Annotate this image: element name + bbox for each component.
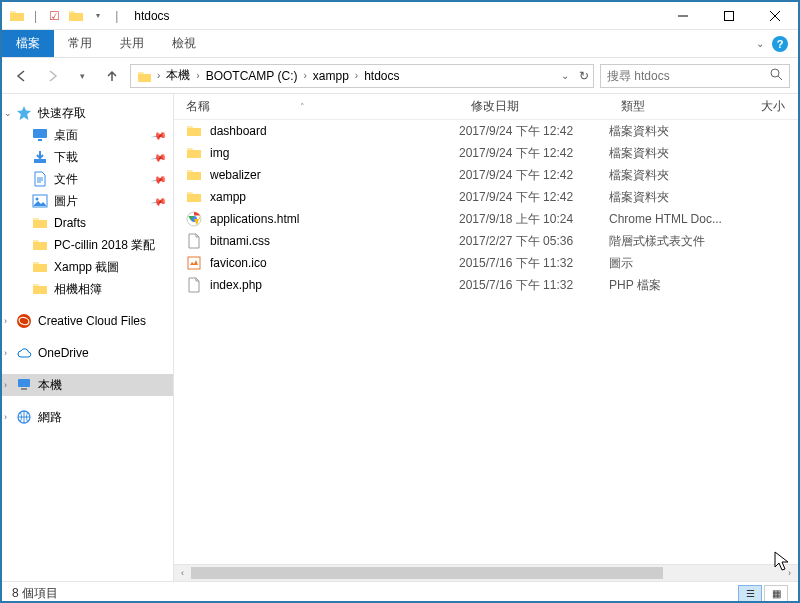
file-name: dashboard — [210, 124, 267, 138]
folder-icon — [32, 259, 48, 275]
chevron-right-icon[interactable]: › — [303, 70, 306, 81]
folder-icon — [186, 145, 202, 161]
minimize-button[interactable] — [660, 2, 706, 30]
search-input[interactable] — [607, 69, 770, 83]
sidebar-item[interactable]: PC-cillin 2018 業配 — [2, 234, 173, 256]
file-row[interactable]: xampp2017/9/24 下午 12:42檔案資料夾 — [174, 186, 798, 208]
sidebar-item[interactable]: 桌面📌 — [2, 124, 173, 146]
status-item-count: 8 個項目 — [12, 585, 58, 602]
file-row[interactable]: index.php2015/7/16 下午 11:32PHP 檔案 — [174, 274, 798, 296]
onedrive-icon — [16, 345, 32, 361]
back-button[interactable] — [10, 64, 34, 88]
file-type: 階層式樣式表文件 — [609, 233, 749, 250]
scroll-right-icon[interactable]: › — [781, 565, 798, 581]
file-row[interactable]: dashboard2017/9/24 下午 12:42檔案資料夾 — [174, 120, 798, 142]
chevron-right-icon[interactable]: › — [4, 316, 7, 326]
breadcrumb-item[interactable]: BOOTCAMP (C:) — [204, 69, 300, 83]
window-title: htdocs — [134, 9, 169, 23]
sidebar-item[interactable]: 下載📌 — [2, 146, 173, 168]
details-view-button[interactable]: ☰ — [738, 585, 762, 603]
maximize-button[interactable] — [706, 2, 752, 30]
documents-icon — [32, 171, 48, 187]
sidebar-item-label: 文件 — [54, 171, 78, 188]
address-dropdown-icon[interactable]: ⌄ — [561, 70, 569, 81]
ribbon-expand-icon[interactable]: ⌄ — [756, 38, 764, 49]
folder-icon — [8, 7, 26, 25]
sidebar-item-label: PC-cillin 2018 業配 — [54, 237, 155, 254]
breadcrumb-item[interactable]: xampp — [311, 69, 351, 83]
chevron-right-icon[interactable]: › — [355, 70, 358, 81]
pin-icon: 📌 — [151, 171, 167, 187]
desktop-icon — [32, 127, 48, 143]
sidebar-item-label: Xampp 截圖 — [54, 259, 119, 276]
file-name: xampp — [210, 190, 246, 204]
sidebar-item-label: 相機相簿 — [54, 281, 102, 298]
creative-cloud-icon — [16, 313, 32, 329]
file-row[interactable]: favicon.ico2015/7/16 下午 11:32圖示 — [174, 252, 798, 274]
recent-dropdown-icon[interactable]: ▾ — [70, 64, 94, 88]
column-header-name[interactable]: 名稱˄ — [174, 98, 459, 115]
sidebar-quick-access[interactable]: ⌄ 快速存取 — [2, 102, 173, 124]
chevron-down-icon[interactable]: ⌄ — [4, 108, 12, 118]
title-bar: | ☑ ▾ | htdocs — [2, 2, 798, 30]
sidebar-label: 快速存取 — [38, 105, 86, 122]
column-header-size[interactable]: 大小 — [749, 98, 798, 115]
qat-dropdown-icon[interactable]: ▾ — [89, 7, 107, 25]
folder-icon — [186, 167, 202, 183]
network-icon — [16, 409, 32, 425]
ico-icon — [186, 255, 202, 271]
sidebar-this-pc[interactable]: › 本機 — [2, 374, 173, 396]
file-row[interactable]: applications.html2017/9/18 上午 10:24Chrom… — [174, 208, 798, 230]
tab-home[interactable]: 常用 — [54, 30, 106, 57]
sidebar-network[interactable]: › 網路 — [2, 406, 173, 428]
file-name: webalizer — [210, 168, 261, 182]
file-type: 檔案資料夾 — [609, 167, 749, 184]
file-name: applications.html — [210, 212, 299, 226]
close-button[interactable] — [752, 2, 798, 30]
ribbon-tabs: 檔案 常用 共用 檢視 ⌄ ? — [2, 30, 798, 58]
folder-icon — [32, 281, 48, 297]
scroll-left-icon[interactable]: ‹ — [174, 565, 191, 581]
sidebar-creative-cloud[interactable]: › Creative Cloud Files — [2, 310, 173, 332]
sidebar-onedrive[interactable]: › OneDrive — [2, 342, 173, 364]
forward-button[interactable] — [40, 64, 64, 88]
new-folder-icon[interactable] — [67, 7, 85, 25]
breadcrumb-item[interactable]: htdocs — [362, 69, 401, 83]
chrome-icon — [186, 211, 202, 227]
chevron-right-icon[interactable]: › — [157, 70, 160, 81]
tab-file[interactable]: 檔案 — [2, 30, 54, 57]
chevron-right-icon[interactable]: › — [196, 70, 199, 81]
column-header-type[interactable]: 類型 — [609, 98, 749, 115]
up-button[interactable] — [100, 64, 124, 88]
chevron-right-icon[interactable]: › — [4, 380, 7, 390]
file-row[interactable]: bitnami.css2017/2/27 下午 05:36階層式樣式表文件 — [174, 230, 798, 252]
horizontal-scrollbar[interactable]: ‹ › — [174, 564, 798, 581]
help-icon[interactable]: ? — [772, 36, 788, 52]
file-row[interactable]: webalizer2017/9/24 下午 12:42檔案資料夾 — [174, 164, 798, 186]
breadcrumb-item[interactable]: 本機 — [164, 67, 192, 84]
tab-view[interactable]: 檢視 — [158, 30, 210, 57]
sidebar-item[interactable]: Drafts — [2, 212, 173, 234]
file-row[interactable]: img2017/9/24 下午 12:42檔案資料夾 — [174, 142, 798, 164]
file-date: 2017/2/27 下午 05:36 — [459, 233, 609, 250]
search-icon[interactable] — [770, 68, 783, 84]
chevron-right-icon[interactable]: › — [4, 348, 7, 358]
thumbnail-view-button[interactable]: ▦ — [764, 585, 788, 603]
chevron-right-icon[interactable]: › — [4, 412, 7, 422]
properties-icon[interactable]: ☑ — [45, 7, 63, 25]
sidebar-item[interactable]: 相機相簿 — [2, 278, 173, 300]
tab-share[interactable]: 共用 — [106, 30, 158, 57]
file-date: 2015/7/16 下午 11:32 — [459, 277, 609, 294]
refresh-icon[interactable]: ↻ — [579, 69, 589, 83]
sidebar-item[interactable]: 圖片📌 — [2, 190, 173, 212]
file-type: 圖示 — [609, 255, 749, 272]
search-box[interactable] — [600, 64, 790, 88]
breadcrumb-root-icon[interactable] — [135, 69, 153, 83]
scrollbar-thumb[interactable] — [191, 567, 663, 579]
sidebar-item[interactable]: Xampp 截圖 — [2, 256, 173, 278]
status-bar: 8 個項目 ☰ ▦ — [2, 581, 798, 603]
column-header-date[interactable]: 修改日期 — [459, 98, 609, 115]
sidebar-item-label: 桌面 — [54, 127, 78, 144]
sidebar-item[interactable]: 文件📌 — [2, 168, 173, 190]
address-bar[interactable]: › 本機 › BOOTCAMP (C:) › xampp › htdocs ⌄ … — [130, 64, 594, 88]
